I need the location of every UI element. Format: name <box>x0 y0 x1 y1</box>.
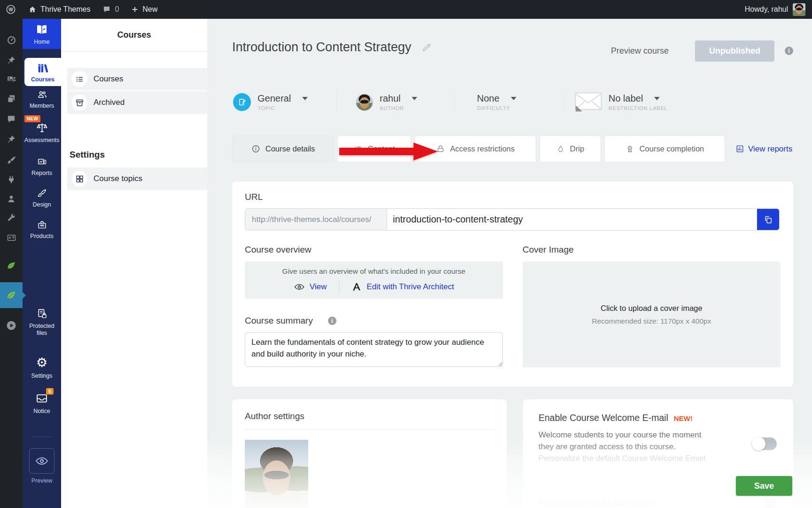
site-name: Thrive Themes <box>40 5 90 14</box>
sidebar-item-preview[interactable]: Preview <box>23 448 61 486</box>
summary-info-icon[interactable]: i <box>328 317 336 325</box>
view-reports-link[interactable]: View reports <box>735 135 792 162</box>
sidebar-item-notice[interactable]: 5 Notice <box>23 392 61 417</box>
save-button[interactable]: Save <box>736 476 792 496</box>
view-overview-link[interactable]: View <box>294 281 327 293</box>
url-section-label: URL <box>245 192 781 202</box>
chevron-down-icon <box>511 97 516 100</box>
red-annotation-arrow <box>339 142 438 161</box>
reports-icon <box>36 157 48 167</box>
new-content-button[interactable]: New <box>131 5 157 14</box>
topic-selector[interactable]: General TOPIC <box>233 92 337 112</box>
course-meta-row: General TOPIC rahul AUTHOR None DIFFICUL… <box>233 92 667 112</box>
sidebar-item-label: Members <box>30 103 54 109</box>
sidebar-item-protected-files[interactable]: Protected files <box>23 308 61 337</box>
difficulty-label: DIFFICULTY <box>477 105 516 111</box>
course-summary-textarea[interactable]: Learn the fundamentals of content strate… <box>245 332 503 367</box>
design-brush-icon <box>36 188 48 198</box>
tab-course-details[interactable]: Course details <box>232 135 334 162</box>
members-icon <box>36 89 48 100</box>
sidebar-item-label: Design <box>33 201 51 208</box>
overview-hint: Give users an overview of what's include… <box>282 267 466 276</box>
thrive-leaf-icon[interactable] <box>0 260 23 271</box>
book-home-icon <box>35 23 49 37</box>
allow-comments-toggle[interactable] <box>752 497 777 508</box>
panel-divider <box>61 51 207 52</box>
eye-icon <box>35 454 49 468</box>
restriction-label-selector[interactable]: No label RESTRICTION LABEL <box>563 92 667 112</box>
thrive-apprentice-active-item[interactable] <box>0 282 23 308</box>
bar-chart-icon <box>735 144 744 153</box>
thrive-sidebar: Home Courses Members NEW Assessments Rep… <box>23 19 61 508</box>
tab-label: Access restrictions <box>450 144 515 153</box>
topic-value: General <box>258 93 291 104</box>
info-icon[interactable]: i <box>785 47 793 55</box>
author-label: AUTHOR <box>380 105 417 111</box>
sidebar-item-label: Settings <box>31 373 52 379</box>
users-icon[interactable] <box>0 194 23 204</box>
edit-title-pencil-icon[interactable] <box>422 42 432 53</box>
sidebar-item-courses[interactable]: Courses <box>24 58 61 86</box>
panel-item-archived[interactable]: Archived <box>67 91 207 114</box>
panel-item-courses[interactable]: Courses <box>67 68 207 90</box>
projects-pin-icon[interactable] <box>0 135 23 144</box>
info-circle-icon <box>251 144 260 153</box>
copy-icon <box>764 215 773 224</box>
droplet-icon <box>556 145 565 153</box>
tab-course-completion[interactable]: Course completion <box>604 135 725 162</box>
topic-label: TOPIC <box>258 105 308 111</box>
author-settings-title: Author settings <box>245 411 494 421</box>
appearance-brush-icon[interactable] <box>0 155 23 165</box>
tools-wrench-icon[interactable] <box>0 214 23 223</box>
site-home-link[interactable]: Thrive Themes <box>28 5 90 14</box>
author-photo[interactable] <box>245 440 308 508</box>
course-tabs: Course details Content Access restrictio… <box>232 135 725 162</box>
sidebar-item-members[interactable]: Members <box>23 89 61 109</box>
welcome-email-toggle[interactable] <box>752 437 777 450</box>
preview-course-link[interactable]: Preview course <box>611 46 669 56</box>
difficulty-selector[interactable]: None DIFFICULTY <box>454 92 563 112</box>
preview-eye-box <box>29 448 55 474</box>
video-play-icon[interactable] <box>0 320 23 331</box>
plugins-icon[interactable] <box>0 175 23 184</box>
pages-icon[interactable] <box>0 94 23 103</box>
comments-icon[interactable] <box>0 114 23 124</box>
main-content: Introduction to Content Strategy Preview… <box>207 19 812 508</box>
panel-title: Courses <box>61 19 207 40</box>
sidebar-item-home[interactable]: Home <box>23 19 61 49</box>
sidebar-item-settings[interactable]: ⚙ Settings <box>23 356 61 380</box>
panel-item-course-topics[interactable]: Course topics <box>67 167 207 190</box>
user-avatar <box>793 3 805 16</box>
account-menu[interactable]: Howdy, rahul <box>745 3 812 16</box>
comments-shortcut[interactable]: 0 <box>102 5 119 14</box>
copy-url-button[interactable] <box>757 209 779 230</box>
cover-image-upload[interactable]: Click to upload a cover image Recommende… <box>523 262 781 367</box>
difficulty-value: None <box>477 93 500 104</box>
welcome-email-description: Welcome students to your course the mome… <box>539 429 711 452</box>
medal-icon <box>625 144 634 153</box>
comment-bubble-icon <box>102 5 111 14</box>
dashboard-icon[interactable] <box>0 35 23 45</box>
edit-with-architect-link[interactable]: Edit with Thrive Architect <box>351 282 454 292</box>
wordpress-logo-icon[interactable]: W <box>6 4 16 15</box>
url-slug-input[interactable]: introduction-to-content-strategy <box>387 209 757 230</box>
author-value: rahul <box>380 93 400 104</box>
author-selector[interactable]: rahul AUTHOR <box>337 92 454 112</box>
eye-icon <box>294 281 305 293</box>
wp-admin-bar: W Thrive Themes 0 New Howdy, rahul <box>0 0 812 19</box>
posts-pin-icon[interactable] <box>0 56 23 65</box>
sidebar-item-design[interactable]: Design <box>23 188 61 208</box>
panel-item-label: Course topics <box>94 174 142 183</box>
media-icon[interactable] <box>0 74 23 84</box>
author-settings-card: Author settings Teacher biography <box>232 399 507 508</box>
sidebar-item-reports[interactable]: Reports <box>23 157 61 176</box>
chevron-down-icon <box>302 97 308 100</box>
tab-drip[interactable]: Drip <box>539 135 601 162</box>
protected-files-icon <box>36 308 48 320</box>
settings-box-icon[interactable] <box>0 233 23 243</box>
sidebar-item-assessments[interactable]: NEW Assessments <box>23 121 61 146</box>
cover-image-label: Cover Image <box>523 245 781 255</box>
sidebar-item-label: Home <box>34 39 49 45</box>
sidebar-item-products[interactable]: Products <box>23 220 61 239</box>
unpublished-status-button[interactable]: Unpublished <box>695 40 774 62</box>
